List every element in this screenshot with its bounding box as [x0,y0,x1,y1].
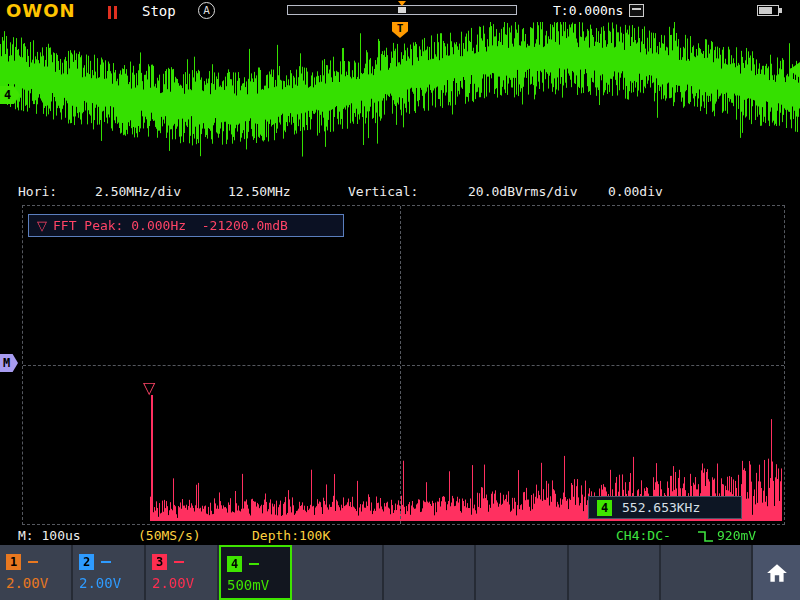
math-position-marker[interactable]: M [0,354,18,372]
channel-4-cell[interactable]: 4 500mV [219,545,292,600]
channel-2-badge: 2 [79,554,94,570]
fft-peak-value: -21200.0mdB [202,218,288,233]
printer-icon[interactable] [629,4,644,17]
fft-peak-label: FFT Peak: [53,218,123,233]
channel-2-style-dash [101,561,111,563]
run-state-label[interactable]: Stop [142,3,176,19]
channel-4-scale: 500mV [227,577,290,593]
channel-3-style-dash [174,561,184,563]
channel-2-scale: 2.00V [79,575,144,591]
channel-2-cell[interactable]: 2 2.00V [73,545,146,600]
slider-window-marker[interactable] [398,7,406,13]
fft-cursor-channel-badge: 4 [597,500,612,516]
slider-trigger-pointer [398,1,406,6]
channel-bar: 1 2.00V 2 2.00V 3 2.00V 4 500mV [0,545,800,600]
trigger-level-marker[interactable] [789,62,800,78]
channel-4-badge: 4 [227,556,242,572]
channel-bar-empty-slot [384,545,476,600]
falling-edge-icon [697,530,714,543]
trigger-time-readout: T:0.000ns [553,3,623,18]
hori-label: Hori: [18,184,57,199]
sample-rate-readout: (50MS/s) [138,528,201,543]
fft-cursor-readout: 4 552.653KHz [588,496,742,519]
status-bar: M: 100us (50MS/s) Depth:100K CH4:DC- 920… [0,527,800,545]
vertical-position: 0.00div [608,184,663,199]
vertical-scale: 20.0dBVrms/div [468,184,578,199]
trigger-source-readout: CH4:DC- [616,528,671,543]
pause-icon [108,4,120,23]
waveform-display: T 4 [0,22,800,180]
channel-3-cell[interactable]: 3 2.00V [146,545,219,600]
home-button[interactable] [753,545,800,600]
channel-bar-empty-slot [661,545,753,600]
fft-peak-readout: ▽FFT Peak: 0.000Hz -21200.0mdB [28,214,344,237]
trigger-level-readout: 920mV [717,528,756,543]
horizontal-position-slider[interactable] [287,5,517,15]
oscilloscope-screen: OWON Stop A T:0.000ns T 4 Hori: 2.50MHz/… [0,0,800,600]
channel-bar-empty-slot [476,545,568,600]
fft-peak-freq: 0.000Hz [131,218,186,233]
ch4-waveform-trace [0,22,800,180]
fft-peak-position-marker[interactable]: ▽ [143,378,155,397]
hori-center-freq: 12.50MHz [228,184,291,199]
channel-bar-empty-slot [292,545,384,600]
fft-peak-marker-icon: ▽ [37,218,47,233]
horizontal-info-bar: Hori: 2.50MHz/div 12.50MHz Vertical: 20.… [0,180,800,202]
fft-cursor-frequency: 552.653KHz [622,500,700,515]
fft-display: ▽FFT Peak: 0.000Hz -21200.0mdB ▽ 4 552.6… [0,202,800,527]
channel-3-scale: 2.00V [152,575,217,591]
battery-icon [757,5,779,16]
channel-3-badge: 3 [152,554,167,570]
hori-scale: 2.50MHz/div [95,184,181,199]
channel-4-style-dash [249,563,259,565]
channel-1-style-dash [28,561,38,563]
fft-center-horizontal-gridline [23,365,784,366]
top-bar: OWON Stop A T:0.000ns [0,0,800,22]
brand-logo: OWON [6,0,76,21]
auto-trigger-icon: A [198,2,215,19]
channel-bar-empty-slot [569,545,661,600]
memory-depth-readout: Depth:100K [252,528,330,543]
vertical-label: Vertical: [348,184,418,199]
channel-1-badge: 1 [6,554,21,570]
home-icon [766,563,788,583]
channel-1-scale: 2.00V [6,575,71,591]
channel-1-cell[interactable]: 1 2.00V [0,545,73,600]
timebase-readout: M: 100us [18,528,81,543]
